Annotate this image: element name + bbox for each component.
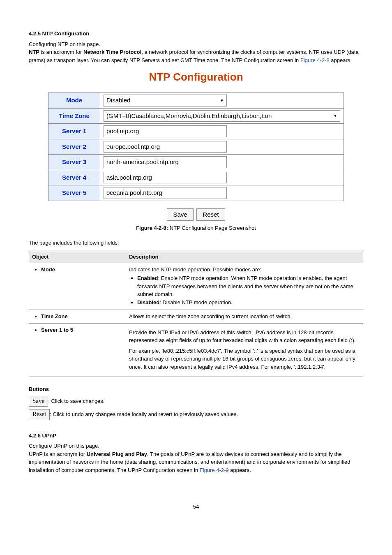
- inline-save-button[interactable]: Save: [29, 396, 48, 407]
- label-server4: Server 4: [48, 170, 100, 185]
- timezone-value: (GMT+0)Casablanca,Monrovia,Dublin,Edinbu…: [106, 111, 272, 121]
- field-obj-mode: Mode: [41, 266, 55, 273]
- col-head-object: Object: [29, 251, 126, 263]
- label-timezone: Time Zone: [48, 108, 100, 124]
- text: : Enable NTP mode operation. When NTP mo…: [137, 275, 353, 297]
- opt-disabled: Disabled: [137, 299, 159, 305]
- ntp-figure: NTP Configuration Mode Disabled ▼ Time Z…: [29, 69, 363, 221]
- label-server3: Server 3: [48, 155, 100, 170]
- label-server5: Server 5: [48, 185, 100, 201]
- field-desc-timezone: Allows to select the time zone according…: [126, 310, 363, 324]
- buttons-heading: Buttons: [29, 385, 363, 393]
- mode-value: Disabled: [106, 96, 130, 105]
- list-item: Disabled: Disable NTP mode operation.: [137, 298, 360, 307]
- figure-title: NTP Configuration: [29, 69, 363, 85]
- ntp-fullname: Network Time Protocol: [83, 49, 141, 55]
- label-mode: Mode: [48, 93, 100, 109]
- text: UPnP is an acronym for: [29, 451, 87, 457]
- chevron-down-icon: ▼: [333, 113, 337, 119]
- opt-enabled: Enabled: [137, 275, 158, 281]
- field-obj-timezone: Time Zone: [41, 313, 68, 319]
- server3-input[interactable]: north-america.pool.ntp.org: [104, 156, 227, 168]
- chevron-down-icon: ▼: [220, 97, 224, 104]
- fields-intro: The page includes the following fields:: [29, 239, 363, 247]
- field-desc-servers-p1: Provide the NTP IPv4 or IPv6 address of …: [129, 328, 360, 345]
- reset-desc: : Click to undo any changes made locally…: [50, 411, 238, 417]
- upnp-intro-line: Configure UPnP on this page.: [29, 442, 363, 450]
- page-number: 54: [29, 503, 363, 511]
- section-heading-ntp: 4.2.5 NTP Configuration: [29, 30, 363, 38]
- figure-ref-link[interactable]: Figure 4-2-9: [200, 467, 229, 473]
- list-item: Enabled: Enable NTP mode operation. When…: [137, 274, 360, 298]
- server5-input[interactable]: oceania.pool.ntp.org: [104, 187, 227, 199]
- label-server1: Server 1: [48, 124, 100, 139]
- reset-button[interactable]: Reset: [196, 208, 225, 221]
- server1-input[interactable]: pool.ntp.org: [104, 125, 227, 137]
- save-button[interactable]: Save: [167, 208, 193, 221]
- mode-select[interactable]: Disabled ▼: [104, 95, 227, 106]
- section-heading-upnp: 4.2.6 UPnP: [29, 432, 363, 440]
- upnp-intro-para: UPnP is an acronym for Universal Plug an…: [29, 450, 363, 474]
- server2-input[interactable]: europe.pool.ntp.org: [104, 141, 227, 153]
- figure-caption-text: NTP Configuration Page Screenshot: [168, 225, 256, 231]
- figure-number: Figure 4-2-8:: [136, 225, 168, 231]
- text: appears.: [330, 57, 352, 63]
- figure-caption: Figure 4-2-8: NTP Configuration Page Scr…: [29, 224, 363, 232]
- ntp-intro-para: NTP is an acronym for Network Time Proto…: [29, 48, 363, 64]
- inline-reset-button[interactable]: Reset: [29, 409, 50, 420]
- ntp-form-table: Mode Disabled ▼ Time Zone (GMT+0)Casabla…: [48, 92, 344, 201]
- ntp-intro-line: Configuring NTP on this page.: [29, 40, 363, 49]
- text: : Disable NTP mode operation.: [159, 299, 233, 305]
- upnp-fullname: Universal Plug and Play: [87, 451, 147, 457]
- text: appears.: [229, 467, 251, 473]
- col-head-description: Description: [126, 251, 363, 263]
- label-server2: Server 2: [48, 139, 100, 155]
- field-desc-servers-p2: For example, 'fe80::215:c5ff:fe03:4dc7'.…: [129, 347, 360, 371]
- field-obj-servers: Server 1 to 5: [41, 327, 73, 333]
- save-desc: : Click to save changes.: [48, 398, 104, 404]
- server4-input[interactable]: asia.pool.ntp.org: [104, 172, 227, 184]
- field-desc-mode-intro: Indicates the NTP mode operation. Possib…: [129, 266, 261, 273]
- fields-table: Object Description Mode Indicates the NT…: [29, 250, 363, 377]
- timezone-select[interactable]: (GMT+0)Casablanca,Monrovia,Dublin,Edinbu…: [104, 110, 340, 122]
- ntp-acronym: NTP: [29, 49, 39, 55]
- figure-ref-link[interactable]: Figure 4-2-8: [300, 57, 330, 63]
- text: is an acronym for: [39, 49, 83, 55]
